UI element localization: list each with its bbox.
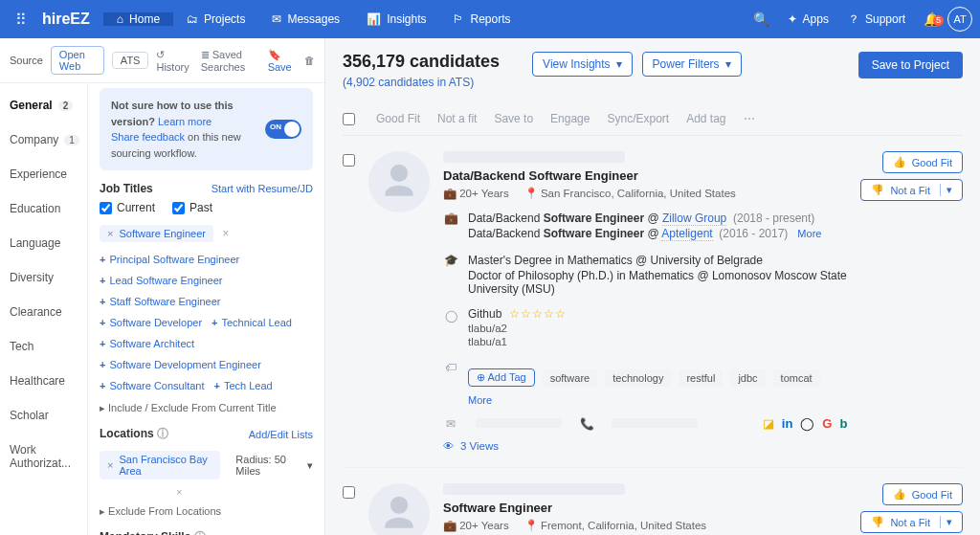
apps-button[interactable]: ✦Apps	[778, 12, 838, 26]
nav-home[interactable]: ⌂Home	[103, 12, 173, 26]
github-repo[interactable]: tlabu/a2	[468, 323, 567, 334]
source-ats[interactable]: ATS	[112, 52, 149, 69]
nav-projects[interactable]: 🗂Projects	[173, 12, 258, 26]
tab-general[interactable]: General2	[0, 88, 87, 123]
power-filters-button[interactable]: Power Filters ▾	[642, 52, 742, 77]
envelope-icon[interactable]: ✉	[443, 417, 458, 431]
view-insights-button[interactable]: View Insights ▾	[532, 52, 632, 77]
add-tag-button[interactable]: ⊕ Add Tag	[468, 368, 535, 387]
company-link[interactable]: Zillow Group	[662, 212, 726, 226]
learn-more-link[interactable]: Learn more	[158, 116, 212, 127]
saved-searches-link[interactable]: ≣ Saved Searches	[201, 49, 256, 73]
tag[interactable]: software	[543, 369, 598, 387]
candidate-title[interactable]: Software Engineer	[443, 501, 847, 515]
social-icon[interactable]: ◪	[763, 416, 774, 431]
tag[interactable]: restful	[679, 369, 723, 387]
select-candidate-checkbox[interactable]	[343, 154, 355, 167]
tab-scholar[interactable]: Scholar	[0, 398, 87, 433]
chevron-down-icon[interactable]: ▾	[940, 516, 952, 528]
logo[interactable]: hireEZ	[34, 11, 98, 28]
bulk-engage[interactable]: Engage	[550, 112, 590, 125]
tab-language[interactable]: Language	[0, 226, 87, 260]
suggest-title[interactable]: +Lead Software Engineer	[100, 275, 222, 286]
candidate-title[interactable]: Data/Backend Software Engineer	[443, 168, 847, 183]
github-icon[interactable]: ◯	[800, 416, 814, 431]
company-link[interactable]: Apteligent	[661, 227, 712, 241]
chevron-down-icon[interactable]: ▾	[940, 184, 952, 196]
nav-insights[interactable]: 📊Insights	[353, 12, 439, 26]
bulk-sync[interactable]: Sync/Export	[607, 112, 669, 125]
avatar[interactable]	[368, 151, 430, 212]
tab-clearance[interactable]: Clearance	[0, 295, 87, 329]
suggest-title[interactable]: +Software Consultant	[100, 380, 205, 391]
version-toggle[interactable]: ON	[265, 120, 301, 139]
tag[interactable]: jdbc	[730, 369, 765, 387]
save-search-link[interactable]: 🔖 Save	[268, 49, 293, 73]
phone-icon[interactable]: 📞	[579, 417, 594, 431]
bulk-not-fit[interactable]: Not a fit	[437, 112, 477, 125]
nav-reports[interactable]: 🏳Reports	[439, 12, 523, 26]
more-icon[interactable]: ⋯	[744, 112, 755, 125]
google-icon[interactable]: G	[822, 416, 832, 431]
tag[interactable]: tomcat	[773, 369, 820, 387]
tag[interactable]: technology	[605, 369, 671, 387]
search-icon[interactable]: 🔍	[746, 11, 778, 27]
more-tags-link[interactable]: More	[468, 394, 492, 406]
current-checkbox[interactable]: Current	[100, 201, 155, 214]
info-icon[interactable]: ⓘ	[157, 427, 168, 440]
radius-select[interactable]: Radius: 50 Miles ▾	[235, 454, 313, 477]
suggest-title[interactable]: +Software Architect	[100, 338, 194, 349]
history-link[interactable]: ↺ History	[156, 49, 189, 73]
add-edit-lists-link[interactable]: Add/Edit Lists	[249, 429, 313, 440]
suggest-title[interactable]: +Technical Lead	[212, 317, 292, 328]
select-candidate-checkbox[interactable]	[343, 486, 355, 499]
nav-messages[interactable]: ✉Messages	[258, 12, 353, 26]
support-button[interactable]: ？Support	[838, 11, 915, 28]
chip-remove-icon[interactable]: ×	[107, 228, 113, 239]
tab-work-auth[interactable]: Work Authorizat...	[0, 433, 87, 480]
past-checkbox[interactable]: Past	[172, 201, 212, 214]
suggest-title[interactable]: +Staff Software Engineer	[100, 296, 220, 307]
exclude-locations[interactable]: ▸ Exclude From Locations	[100, 505, 313, 518]
notifications-button[interactable]: 🔔5	[915, 11, 947, 27]
suggest-title[interactable]: +Software Development Engineer	[100, 359, 261, 370]
good-fit-button[interactable]: 👍Good Fit	[882, 151, 963, 173]
bulk-good-fit[interactable]: Good Fit	[376, 112, 420, 125]
suggest-title[interactable]: +Principal Software Engineer	[100, 254, 239, 265]
github-repo[interactable]: tlabu/a1	[468, 336, 567, 347]
tab-healthcare[interactable]: Healthcare	[0, 364, 87, 398]
source-openweb[interactable]: Open Web	[51, 46, 104, 75]
linkedin-icon[interactable]: in	[782, 416, 793, 431]
bulk-add-tag[interactable]: Add tag	[686, 112, 725, 125]
tab-education[interactable]: Education	[0, 191, 87, 226]
user-avatar[interactable]: AT	[947, 7, 972, 32]
location-chip[interactable]: ×San Francisco Bay Area	[100, 451, 220, 479]
clear-locations-icon[interactable]: ×	[176, 486, 313, 498]
more-experience-link[interactable]: More	[797, 228, 821, 239]
clear-titles-icon[interactable]: ×	[222, 227, 229, 240]
delete-icon[interactable]: 🗑	[304, 55, 315, 66]
start-resume-link[interactable]: Start with Resume/JD	[212, 183, 313, 194]
results-sub[interactable]: (4,902 candidates in ATS)	[343, 76, 500, 89]
suggest-title[interactable]: +Software Developer	[100, 317, 202, 328]
bing-icon[interactable]: b	[839, 416, 847, 431]
avatar[interactable]	[368, 483, 430, 535]
suggest-title[interactable]: +Tech Lead	[214, 380, 273, 391]
chip-remove-icon[interactable]: ×	[107, 459, 113, 471]
good-fit-button[interactable]: 👍Good Fit	[882, 483, 963, 505]
tab-diversity[interactable]: Diversity	[0, 260, 87, 295]
not-fit-button[interactable]: 👎Not a Fit▾	[860, 179, 963, 201]
save-to-project-button[interactable]: Save to Project	[858, 52, 963, 78]
share-feedback-link[interactable]: Share feedback	[111, 131, 185, 143]
select-all-checkbox[interactable]	[343, 113, 355, 125]
views-count[interactable]: 👁3 Views	[443, 440, 847, 452]
app-launcher-icon[interactable]: ⠿	[8, 11, 34, 29]
not-fit-button[interactable]: 👎Not a Fit▾	[860, 511, 963, 533]
tab-tech[interactable]: Tech	[0, 329, 87, 364]
bulk-save-to[interactable]: Save to	[494, 112, 533, 125]
job-title-chip[interactable]: ×Software Engineer	[100, 225, 213, 242]
include-exclude-title[interactable]: ▸ Include / Exclude From Current Title	[100, 402, 313, 414]
info-icon[interactable]: ⓘ	[194, 530, 206, 535]
tab-company[interactable]: Company1	[0, 123, 87, 157]
tab-experience[interactable]: Experience	[0, 157, 87, 191]
